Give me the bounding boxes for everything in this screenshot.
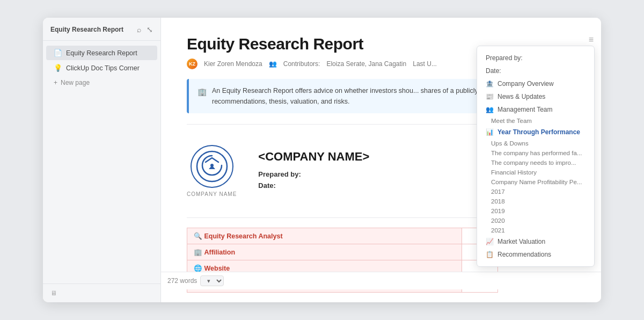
- toc-sub-profitability[interactable]: Company Name Profitability Pe...: [477, 177, 594, 187]
- toc-mgmt-icon: 👥: [486, 106, 494, 113]
- toc-toggle-icon: ≡: [589, 35, 594, 44]
- toc-date-label: Date:: [486, 67, 501, 75]
- sidebar-header: Equity Research Report ⌕ ⤡: [43, 18, 160, 41]
- cover-prepared-by: Prepared by:: [258, 170, 369, 178]
- toc-rec-icon: 📋: [486, 251, 494, 258]
- toc-market-label: Market Valuation: [497, 238, 545, 245]
- last-updated: Last U...: [413, 60, 437, 68]
- toc-news-icon: 📰: [486, 93, 494, 100]
- contributors-names: Eloiza Serate, Jana Cagatin: [326, 60, 406, 68]
- toc-needs-label: The company needs to impro...: [491, 159, 576, 166]
- website-icon: 🌐: [194, 265, 202, 272]
- word-count-bar: 272 words ▾: [161, 272, 601, 289]
- toc-profitability-label: Company Name Profitability Pe...: [491, 179, 582, 185]
- sidebar-footer: 🖥: [43, 283, 160, 302]
- word-count-text: 272 words: [167, 277, 197, 285]
- search-button[interactable]: ⌕: [136, 24, 142, 35]
- toc-toggle-button[interactable]: ≡: [589, 35, 594, 45]
- toc-year-label: Year Through Performance: [497, 128, 580, 136]
- company-overview-title: Company Overview: [202, 301, 291, 302]
- footer-icon: 🖥: [50, 289, 57, 297]
- toc-item-news-updates[interactable]: 📰 News & Updates: [477, 90, 594, 103]
- sidebar-header-icons: ⌕ ⤡: [136, 24, 154, 35]
- table-row: 🏢 Affiliation: [187, 244, 498, 260]
- callout-icon: 🏢: [197, 86, 207, 107]
- svg-point-1: [210, 164, 214, 167]
- sidebar: Equity Research Report ⌕ ⤡ 📄 Equity Rese…: [43, 18, 161, 302]
- toc-item-company-overview[interactable]: 🏦 Company Overview: [477, 77, 594, 90]
- toc-item-management-team[interactable]: 👥 Management Team: [477, 103, 594, 116]
- toc-sub-meet-team[interactable]: Meet the Team: [477, 116, 594, 126]
- new-page-button[interactable]: + New page: [46, 76, 157, 90]
- expand-button[interactable]: ⤡: [145, 24, 154, 35]
- affiliation-label: 🏢 Affiliation: [187, 244, 462, 260]
- toc-sub-2020[interactable]: 2020: [477, 216, 594, 226]
- toc-sub-ups-downs[interactable]: Ups & Downs: [477, 139, 594, 148]
- analyst-row-icon: 🔍: [194, 232, 202, 240]
- app-window: Equity Research Report ⌕ ⤡ 📄 Equity Rese…: [43, 18, 601, 302]
- toc-year-icon: 📊: [486, 128, 494, 136]
- toc-2017-label: 2017: [491, 188, 505, 195]
- toc-item-market-valuation[interactable]: 📈 Market Valuation: [477, 235, 594, 248]
- contributors-label: Contributors:: [283, 60, 320, 68]
- author-name: Kier Zoren Mendoza: [204, 60, 262, 68]
- word-count-dropdown[interactable]: ▾: [200, 275, 224, 286]
- company-overview-header: 🏦 Company Overview: [187, 301, 575, 302]
- toc-mgmt-label: Management Team: [497, 106, 553, 113]
- toc-sub-company-performed[interactable]: The company has performed fa...: [477, 148, 594, 158]
- toc-company-overview-label: Company Overview: [497, 80, 554, 88]
- toc-sub-2019[interactable]: 2019: [477, 206, 594, 216]
- contributors-icon: 👥: [269, 60, 277, 68]
- toc-sub-2018[interactable]: 2018: [477, 197, 594, 206]
- date-label: Date:: [258, 181, 276, 190]
- toc-2020-label: 2020: [491, 217, 505, 224]
- toc-2019-label: 2019: [491, 208, 505, 214]
- analyst-label: 🔍 Equity Research Analyst: [187, 228, 462, 244]
- sidebar-title: Equity Research Report: [50, 26, 123, 33]
- toc-meet-label: Meet the Team: [491, 118, 532, 124]
- page-icon: 📄: [54, 49, 62, 57]
- expand-icon: ⤡: [147, 25, 153, 34]
- toc-item-recommendations[interactable]: 📋 Recommendations: [477, 248, 594, 261]
- sidebar-item-label: ClickUp Doc Tips Corner: [66, 64, 140, 72]
- cover-date: Date:: [258, 181, 369, 190]
- table-row: 🔍 Equity Research Analyst: [187, 228, 498, 244]
- cover-company-name: <COMPANY NAME>: [258, 150, 369, 164]
- toc-ups-label: Ups & Downs: [491, 140, 529, 147]
- toc-news-label: News & Updates: [497, 93, 545, 100]
- toc-item-date[interactable]: Date:: [477, 64, 594, 77]
- company-name-label: COMPANY NAME: [187, 191, 237, 197]
- toc-rec-label: Recommendations: [497, 251, 551, 258]
- toc-financial-label: Financial History: [491, 169, 537, 176]
- tips-icon: 💡: [54, 64, 62, 72]
- sidebar-item-clickup-tips[interactable]: 💡 ClickUp Doc Tips Corner: [46, 61, 157, 75]
- toc-item-year-performance[interactable]: 📊 Year Through Performance: [477, 126, 594, 139]
- sidebar-item-label: Equity Research Report: [66, 49, 137, 57]
- toc-2021-label: 2021: [491, 227, 505, 234]
- toc-sub-financial-history[interactable]: Financial History: [477, 168, 594, 177]
- logo-svg: [196, 150, 228, 183]
- sidebar-items: 📄 Equity Research Report 💡 ClickUp Doc T…: [43, 41, 160, 283]
- prepared-by-label: Prepared by:: [258, 170, 301, 178]
- toc-sub-company-needs[interactable]: The company needs to impro...: [477, 158, 594, 168]
- toc-company-overview-icon: 🏦: [486, 80, 494, 88]
- toc-prepared-by-label: Prepared by:: [486, 54, 523, 62]
- author-avatar: KZ: [187, 59, 197, 69]
- affiliation-icon: 🏢: [194, 249, 202, 256]
- toc-item-prepared-by[interactable]: Prepared by:: [477, 52, 594, 64]
- cover-info: <COMPANY NAME> Prepared by: Date:: [258, 150, 369, 193]
- toc-performed-label: The company has performed fa...: [491, 150, 582, 156]
- toc-panel: Prepared by: Date: 🏦 Company Overview 📰 …: [477, 46, 595, 267]
- toc-sub-2017[interactable]: 2017: [477, 187, 594, 197]
- plus-icon: +: [54, 79, 57, 86]
- toc-sub-2021[interactable]: 2021: [477, 226, 594, 235]
- toc-2018-label: 2018: [491, 198, 505, 205]
- new-page-label: New page: [61, 79, 90, 86]
- sidebar-item-equity-research-report[interactable]: 📄 Equity Research Report: [46, 46, 157, 60]
- company-logo-box: COMPANY NAME: [187, 145, 237, 197]
- search-icon: ⌕: [137, 25, 141, 34]
- company-logo: [191, 145, 233, 188]
- toc-market-icon: 📈: [486, 238, 494, 245]
- company-overview-icon: 🏦: [187, 302, 197, 302]
